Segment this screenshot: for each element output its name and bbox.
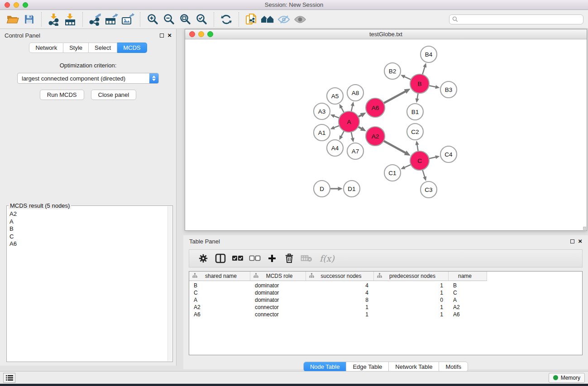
cell-successor-nodes: 1	[306, 311, 374, 318]
tab-network-table[interactable]: Network Table	[388, 362, 439, 372]
dropdown-stepper-icon	[149, 73, 158, 83]
minimize-window-button[interactable]	[14, 2, 19, 8]
table-row[interactable]: A6connector11A6	[189, 311, 582, 318]
export-network-icon[interactable]	[87, 12, 103, 27]
export-image-icon[interactable]	[120, 12, 136, 27]
zoom-window-button[interactable]	[23, 2, 28, 8]
table-settings-icon[interactable]	[195, 252, 212, 265]
zoom-in-icon[interactable]	[144, 12, 161, 27]
add-column-icon[interactable]	[263, 252, 281, 265]
result-list-item[interactable]: A	[10, 218, 172, 226]
show-graphics-details-icon[interactable]	[292, 12, 308, 27]
column-header-label: MCDS role	[258, 273, 306, 279]
zoom-out-icon[interactable]	[161, 12, 177, 27]
column-header-predecessor-nodes[interactable]: predecessor nodes	[374, 272, 449, 281]
float-panel-icon[interactable]	[160, 33, 164, 38]
status-bar: Memory	[0, 371, 588, 384]
node-label-A3: A3	[318, 108, 326, 115]
close-panel-button[interactable]: Close panel	[91, 90, 137, 100]
network-close-button[interactable]	[189, 31, 195, 37]
hide-graphics-details-icon[interactable]	[276, 12, 292, 27]
control-panel-title: Control Panel	[5, 32, 40, 39]
table-row[interactable]: A2connector11A2	[189, 304, 582, 311]
split-view-icon[interactable]	[212, 252, 229, 265]
tab-motifs[interactable]: Motifs	[439, 362, 468, 372]
refresh-view-icon[interactable]	[218, 12, 234, 27]
cell-successor-nodes: 1	[306, 304, 374, 310]
tab-mcds[interactable]: MCDS	[117, 43, 147, 53]
result-list-item[interactable]: A2	[10, 210, 172, 218]
column-header-name[interactable]: name	[449, 272, 487, 281]
duplicate-network-icon[interactable]	[243, 12, 259, 27]
result-list-item[interactable]: C	[10, 233, 172, 241]
export-table-icon[interactable]	[103, 12, 120, 27]
save-session-icon[interactable]	[21, 12, 37, 27]
zoom-selected-icon[interactable]	[193, 12, 210, 27]
edge-A2-C[interactable]	[383, 140, 406, 153]
node-label-B1: B1	[411, 109, 419, 115]
zoom-fit-icon[interactable]	[177, 12, 193, 27]
node-label-C4: C4	[445, 151, 453, 158]
toolbar-separator	[239, 12, 239, 27]
console-button[interactable]	[3, 373, 15, 383]
tab-edge-table[interactable]: Edge Table	[346, 362, 388, 372]
toolbar-separator	[214, 12, 214, 27]
network-minimize-button[interactable]	[198, 31, 204, 37]
column-header-MCDS-role[interactable]: MCDS role	[250, 272, 306, 281]
tab-style[interactable]: Style	[63, 43, 89, 53]
table-row[interactable]: Cdominator41C	[189, 289, 582, 296]
node-label-C2: C2	[411, 129, 419, 135]
edge-A6-B[interactable]	[383, 91, 406, 104]
cell-name: A2	[449, 304, 487, 310]
tab-node-table[interactable]: Node Table	[304, 362, 346, 372]
edge-arrowhead	[416, 98, 419, 103]
search-input[interactable]	[460, 16, 580, 23]
hierarchy-icon	[309, 273, 314, 279]
node-table[interactable]: shared nameMCDS rolesuccessor nodesprede…	[189, 271, 583, 355]
column-header-shared-name[interactable]: shared name	[189, 272, 250, 281]
network-graph[interactable]: B4B2BB3A8A5A6A3B1AC2A1A2A4A7C4CC1C3DD1	[185, 39, 587, 230]
cell-shared-name: A	[189, 297, 250, 303]
open-file-icon[interactable]	[5, 12, 21, 27]
function-builder-icon: f(x)	[320, 253, 335, 263]
memory-button[interactable]: Memory	[549, 373, 585, 383]
close-panel-icon[interactable]: ×	[167, 33, 172, 38]
cell-MCDS-role: connector	[250, 311, 306, 318]
criterion-dropdown[interactable]: largest connected component (directed)	[17, 73, 159, 84]
result-list-item[interactable]: A6	[10, 240, 172, 248]
float-table-panel-icon[interactable]	[570, 239, 574, 243]
resize-grip[interactable]	[583, 227, 586, 230]
node-label-C: C	[417, 157, 422, 164]
search-field[interactable]	[449, 14, 583, 24]
delete-table-icon	[298, 252, 315, 265]
delete-column-icon[interactable]	[281, 252, 298, 265]
node-label-C3: C3	[425, 186, 432, 193]
tab-network[interactable]: Network	[29, 43, 63, 53]
table-row[interactable]: Bdominator41B	[189, 282, 582, 289]
table-row[interactable]: Adominator80A	[189, 296, 582, 304]
result-list-scrollbar[interactable]	[167, 206, 172, 361]
network-window-titlebar[interactable]: testGlobe.txt	[185, 29, 587, 39]
close-table-panel-icon[interactable]: ×	[578, 239, 582, 243]
toolbar-separator	[140, 12, 140, 27]
cell-shared-name: B	[189, 282, 250, 289]
result-list-item[interactable]: B	[10, 225, 172, 233]
column-header-successor-nodes[interactable]: successor nodes	[306, 272, 374, 281]
close-window-button[interactable]	[5, 2, 10, 8]
cell-successor-nodes: 4	[306, 282, 374, 289]
node-label-A: A	[347, 119, 351, 125]
import-network-icon[interactable]	[46, 12, 62, 27]
tab-select[interactable]: Select	[89, 43, 117, 53]
home-view-icon[interactable]	[259, 12, 276, 27]
cell-predecessor-nodes: 1	[374, 282, 449, 289]
deselect-all-columns-icon[interactable]	[246, 252, 263, 265]
run-mcds-button[interactable]: Run MCDS	[40, 90, 84, 100]
cell-predecessor-nodes: 1	[374, 290, 449, 296]
network-canvas[interactable]: B4B2BB3A8A5A6A3B1AC2A1A2A4A7C4CC1C3DD1	[185, 39, 587, 230]
import-table-icon[interactable]	[62, 12, 78, 27]
hierarchy-icon	[253, 273, 258, 279]
network-zoom-button[interactable]	[207, 31, 213, 37]
select-all-columns-icon[interactable]	[229, 252, 246, 265]
node-label-C1: C1	[388, 170, 396, 176]
edge-arrowhead	[435, 85, 440, 89]
